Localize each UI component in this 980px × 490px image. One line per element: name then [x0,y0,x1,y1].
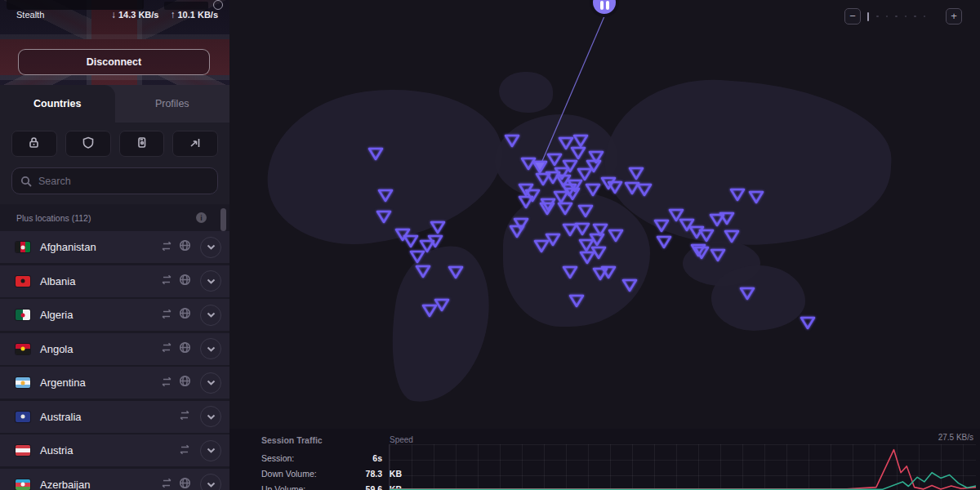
location-pin[interactable] [559,138,572,149]
location-pin[interactable] [546,234,559,245]
location-pin[interactable] [657,237,670,247]
expand-country-button[interactable] [200,270,221,292]
location-pin[interactable] [580,240,593,251]
country-row-albania[interactable]: Albania [0,265,229,297]
location-pin[interactable] [586,185,599,195]
location-pin[interactable] [404,236,417,247]
country-row-australia[interactable]: Australia [0,401,229,433]
location-pin[interactable] [449,267,462,278]
location-pin[interactable] [576,224,589,234]
search-box[interactable] [11,167,218,194]
swap-connection-icon[interactable] [178,443,191,458]
location-pin[interactable] [564,225,577,235]
world-map[interactable]: − + Session Traffic Session:6sDown Volum… [229,0,980,490]
swap-connection-icon[interactable] [160,240,173,255]
lock-filter-button[interactable] [11,131,57,157]
location-pin[interactable] [638,185,651,195]
location-pin[interactable] [731,189,744,200]
location-pin[interactable] [750,192,763,203]
location-pin[interactable] [548,154,561,165]
location-pin[interactable] [630,168,643,179]
globe-icon[interactable] [179,239,191,255]
location-pin[interactable] [609,230,622,241]
location-pin[interactable] [514,219,528,229]
tab-profiles[interactable]: Profiles [115,85,230,122]
expand-country-button[interactable] [200,474,221,490]
location-pin[interactable] [700,230,713,241]
expand-country-button[interactable] [200,406,221,427]
expand-country-button[interactable] [200,440,221,461]
stat-label: Down Volume: [261,469,351,479]
tor-filter-button[interactable] [119,131,165,157]
location-pin[interactable] [377,212,390,222]
zoom-slider-thumb[interactable] [867,12,869,21]
expand-country-button[interactable] [200,237,221,258]
location-pin[interactable] [711,250,724,261]
location-pin[interactable] [579,206,592,216]
location-pin[interactable] [623,280,636,291]
jump-to-server-filter-button[interactable] [172,131,218,157]
location-pin[interactable] [574,136,587,146]
swap-connection-icon[interactable] [160,308,173,323]
globe-icon[interactable] [179,341,191,357]
location-pin[interactable] [379,190,392,201]
location-pin[interactable] [396,229,409,240]
globe-icon[interactable] [179,477,191,490]
location-pin[interactable] [535,241,548,252]
location-pin[interactable] [564,267,577,278]
location-pin[interactable] [416,266,430,277]
location-pin[interactable] [506,136,519,146]
country-row-azerbaijan[interactable]: Azerbaijan [0,469,229,490]
location-pin[interactable] [578,169,591,180]
location-pin[interactable] [526,190,539,201]
location-pin[interactable] [655,220,668,231]
swap-connection-icon[interactable] [160,376,173,390]
country-row-angola[interactable]: Angola [0,333,229,365]
search-input[interactable] [38,176,209,187]
location-pin[interactable] [570,296,583,306]
expand-country-button[interactable] [200,305,221,326]
swap-connection-icon[interactable] [160,274,173,288]
swap-connection-icon[interactable] [160,477,173,490]
connection-line [540,16,604,167]
location-pin[interactable] [741,288,754,299]
location-pin[interactable] [369,149,382,159]
zoom-out-button[interactable]: − [844,8,861,24]
location-pin[interactable] [572,148,585,158]
zoom-in-button[interactable]: + [946,8,962,24]
globe-icon[interactable] [179,274,191,289]
expand-country-button[interactable] [200,338,221,359]
country-row-afghanistan[interactable]: Afghanistan [0,231,229,263]
session-stat-row: Session:6s [261,453,402,463]
location-pin[interactable] [435,300,448,310]
upload-speed: ↑ 10.1 KB/s [170,9,218,20]
scrollbar-thumb[interactable] [220,208,226,231]
tab-countries[interactable]: Countries [0,85,115,122]
globe-icon[interactable] [179,375,191,390]
shield-filter-button[interactable] [65,131,111,157]
country-row-austria[interactable]: Austria [0,434,229,466]
country-row-algeria[interactable]: Algeria [0,299,229,331]
location-pin[interactable] [431,222,444,233]
location-pin[interactable] [581,252,594,263]
location-pin[interactable] [564,161,577,172]
zoom-slider[interactable] [867,12,939,21]
location-pin[interactable] [559,203,572,214]
expand-country-button[interactable] [200,372,221,394]
country-row-argentina[interactable]: Argentina [0,367,229,399]
disconnect-button[interactable]: Disconnect [18,49,210,75]
location-pin[interactable] [725,231,738,242]
connected-location-pin[interactable] [533,162,546,172]
swap-connection-icon[interactable] [160,341,173,356]
location-pin[interactable] [423,305,436,316]
globe-icon[interactable] [179,307,191,323]
info-icon[interactable]: i [196,212,207,223]
location-pin[interactable] [411,252,424,262]
location-pin[interactable] [555,192,568,203]
swap-connection-icon[interactable] [178,409,191,424]
location-pin[interactable] [522,158,535,169]
location-pin[interactable] [801,318,814,328]
location-pin[interactable] [519,197,532,207]
location-pin[interactable] [626,183,639,194]
location-pin[interactable] [510,226,523,237]
